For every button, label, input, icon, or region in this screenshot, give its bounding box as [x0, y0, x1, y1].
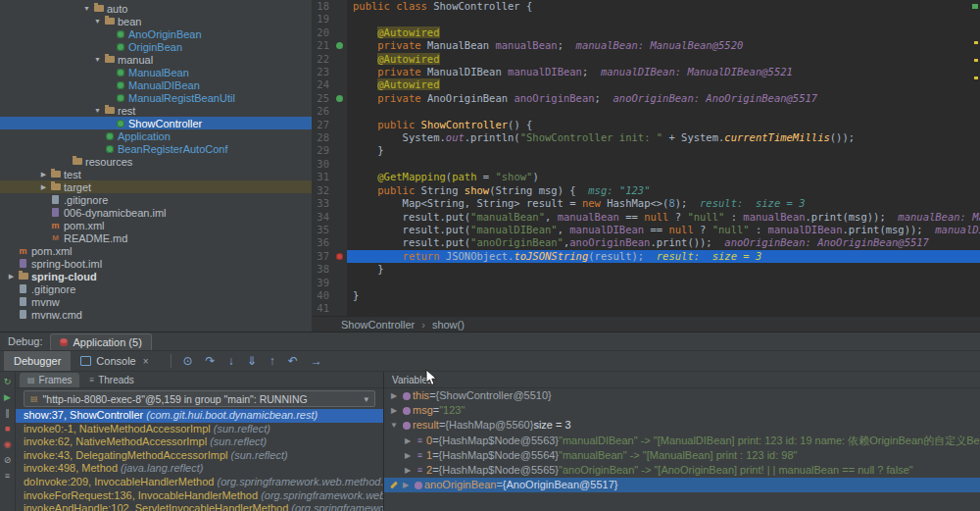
variables-tab-label[interactable]: Variables [392, 375, 432, 385]
resume-icon[interactable]: ▶ [4, 392, 11, 402]
tree-item-mvnw[interactable]: mvnw [0, 295, 312, 308]
line-number[interactable]: 36 [312, 236, 333, 249]
drop-frame-icon[interactable]: ↶ [288, 354, 298, 368]
tree-item-gitignore[interactable]: .gitignore [0, 282, 312, 295]
variable-row-0[interactable]: ▶≡0 = {HashMap$Node@5563} "manualDIBean"… [384, 434, 980, 448]
line-number[interactable]: 39 [312, 277, 333, 289]
line-number[interactable]: 38 [312, 263, 333, 276]
tree-item-rest[interactable]: ▼rest [0, 104, 312, 117]
code-line-34[interactable]: 34 result.put("manualBean", manualBean =… [312, 211, 980, 224]
warning-stripe-mark[interactable] [974, 59, 978, 62]
tree-item-showcontroller[interactable]: ShowController [0, 117, 312, 129]
code-editor[interactable]: 18public class ShowController {1920 @Aut… [312, 0, 980, 332]
tree-item-manualdibean[interactable]: ManualDIBean [0, 78, 312, 91]
code-line-28[interactable]: 28 System.out.println("ShowController in… [312, 131, 980, 144]
code-line-31[interactable]: 31 @GetMapping(path = "show") [312, 171, 980, 183]
collapse-arrow-icon[interactable]: ▼ [92, 107, 103, 114]
tab-debugger[interactable]: Debugger [4, 351, 71, 371]
tree-item-application[interactable]: Application [0, 129, 312, 142]
tree-item-006-dynamicbean-iml[interactable]: 006-dynamicbean.iml [0, 206, 312, 219]
breakpoint-icon[interactable] [333, 250, 347, 263]
frame-row[interactable]: show:37, ShowController (com.git.hui.boo… [16, 409, 383, 423]
frame-row[interactable]: invoke0:-1, NativeMethodAccessorImpl (su… [16, 423, 383, 436]
line-number[interactable]: 40 [312, 289, 333, 302]
tree-item-readme-md[interactable]: MREADME.md [0, 231, 312, 244]
line-number[interactable]: 23 [312, 66, 333, 78]
force-step-into-icon[interactable]: ⇓ [247, 354, 257, 368]
variable-row-2[interactable]: ▶≡2 = {HashMap$Node@5565} "anoOriginBean… [384, 463, 980, 478]
line-number[interactable]: 35 [312, 224, 333, 236]
line-number[interactable]: 19 [312, 13, 333, 26]
code-line-35[interactable]: 35 result.put("manualDIBean", manualDIBe… [312, 224, 980, 236]
code-line-33[interactable]: 33 Map<String, String> result = new Hash… [312, 197, 980, 210]
collapse-arrow-icon[interactable]: ▼ [92, 18, 103, 25]
chevron-right-icon[interactable]: ▶ [400, 478, 412, 492]
frame-row[interactable]: invoke:62, NativeMethodAccessorImpl (sun… [16, 435, 383, 449]
tree-item-test[interactable]: ▶test [0, 168, 312, 180]
chevron-down-icon[interactable]: ▼ [388, 418, 400, 433]
tree-item-target[interactable]: ▶target [0, 180, 312, 193]
code-line-32[interactable]: 32 public String show(String msg) { msg:… [312, 184, 980, 197]
code-line-20[interactable]: 20 @Autowired [312, 26, 980, 39]
code-line-30[interactable]: 30 [312, 158, 980, 171]
code-line-26[interactable]: 26 [312, 105, 980, 118]
breadcrumb-class[interactable]: ShowController [341, 319, 415, 331]
thread-selector[interactable]: ▤ "http-nio-8080-exec-8"@5,159 in group … [24, 390, 375, 407]
tab-threads[interactable]: ≡ Threads [81, 373, 141, 387]
warning-stripe-mark[interactable] [974, 41, 978, 44]
rerun-icon[interactable]: ↻ [4, 377, 12, 386]
chevron-right-icon[interactable]: ▶ [388, 388, 400, 403]
line-number[interactable]: 28 [312, 131, 333, 144]
step-over-icon[interactable]: ↷ [206, 354, 216, 368]
chevron-right-icon[interactable]: ▶ [388, 403, 400, 418]
show-execution-point-icon[interactable]: ⊙ [183, 354, 193, 368]
chevron-right-icon[interactable]: ▶ [402, 448, 414, 463]
code-line-23[interactable]: 23 private ManualDIBean manualDIBean; ma… [312, 66, 980, 78]
tree-item-pom-xml[interactable]: mpom.xml [0, 219, 312, 231]
mute-breakpoints-icon[interactable]: ⊘ [4, 455, 12, 465]
code-line-27[interactable]: 27 public ShowController() { [312, 119, 980, 131]
tree-item-spring-boot-iml[interactable]: spring-boot.iml [0, 257, 312, 270]
tree-item-resources[interactable]: resources [0, 155, 312, 168]
variable-row-this[interactable]: ▶this = {ShowController@5510} [384, 388, 980, 403]
frame-row[interactable]: invokeForRequest:136, InvocableHandlerMe… [16, 489, 383, 503]
pause-icon[interactable]: ∥ [5, 408, 10, 418]
line-number[interactable]: 37 [312, 250, 333, 263]
expand-arrow-icon[interactable]: ▶ [38, 183, 49, 191]
code-line-19[interactable]: 19 [312, 13, 980, 26]
code-line-18[interactable]: 18public class ShowController { [312, 0, 980, 13]
code-line-36[interactable]: 36 result.put("anoOriginBean",anoOriginB… [312, 236, 980, 249]
line-number[interactable]: 34 [312, 211, 333, 224]
tree-item-manual[interactable]: ▼manual [0, 53, 312, 66]
code-line-25[interactable]: 25 private AnoOriginBean anoOriginBean; … [312, 92, 980, 105]
run-to-cursor-icon[interactable]: → [311, 354, 322, 368]
line-number[interactable]: 24 [312, 78, 333, 91]
chevron-right-icon[interactable]: ▶ [402, 463, 414, 478]
close-icon[interactable]: × [143, 356, 149, 367]
breadcrumb-method[interactable]: show() [432, 319, 465, 331]
code-line-29[interactable]: 29 } [312, 144, 980, 157]
settings-icon[interactable]: ≡ [5, 471, 10, 481]
tree-item-beanregisterautoconf[interactable]: BeanRegisterAutoConf [0, 142, 312, 155]
code-line-22[interactable]: 22 @Autowired [312, 53, 980, 66]
stop-icon[interactable]: ■ [5, 424, 10, 434]
code-line-40[interactable]: 40} [312, 289, 980, 302]
expand-arrow-icon[interactable]: ▶ [6, 273, 17, 281]
variable-row-msg[interactable]: ▶msg = "123" [384, 403, 980, 418]
line-number[interactable]: 31 [312, 171, 333, 183]
spring-bean-gutter-icon[interactable] [333, 92, 347, 105]
tree-item-auto[interactable]: ▼auto [0, 2, 312, 15]
frame-row[interactable]: doInvoke:209, InvocableHandlerMethod (or… [16, 476, 383, 489]
tree-item-manualregistbeanutil[interactable]: ManualRegistBeanUtil [0, 91, 312, 104]
warning-stripe-mark[interactable] [974, 77, 978, 79]
line-number[interactable]: 41 [312, 302, 333, 315]
collapse-arrow-icon[interactable]: ▼ [81, 5, 92, 12]
line-number[interactable]: 30 [312, 158, 333, 171]
variable-row-result[interactable]: ▼result = {HashMap@5560} size = 3 [384, 418, 980, 433]
tree-item-anooriginbean[interactable]: AnoOriginBean [0, 27, 312, 40]
expand-arrow-icon[interactable]: ▶ [38, 171, 49, 179]
line-number[interactable]: 21 [312, 39, 333, 52]
line-number[interactable]: 22 [312, 53, 333, 66]
code-line-37[interactable]: 37 return JSONObject.toJSONString(result… [312, 250, 980, 263]
tab-frames[interactable]: ▤ Frames [20, 373, 79, 387]
